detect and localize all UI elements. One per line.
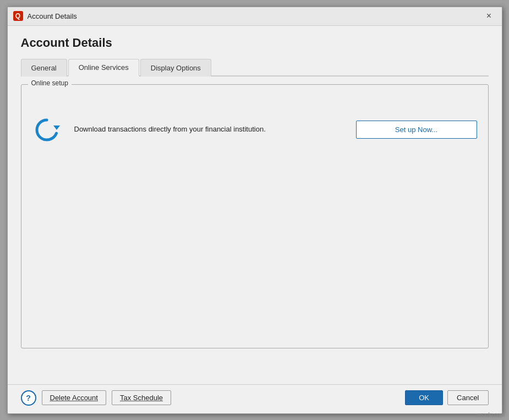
tab-general[interactable]: General xyxy=(21,59,67,77)
footer-right: OK Cancel xyxy=(405,390,488,405)
setup-row: Download transactions directly from your… xyxy=(32,116,477,144)
title-bar-title: Account Details xyxy=(28,12,77,20)
app-icon: Q xyxy=(13,11,23,21)
dialog-content: Account Details General Online Services … xyxy=(8,26,502,384)
title-bar-left: Q Account Details xyxy=(13,11,77,21)
ok-button[interactable]: OK xyxy=(405,390,443,405)
page-title: Account Details xyxy=(21,36,489,50)
tabs-bar: General Online Services Display Options xyxy=(21,58,489,77)
cancel-button[interactable]: Cancel xyxy=(447,390,488,405)
tax-schedule-button[interactable]: Tax Schedule xyxy=(112,390,171,405)
close-button[interactable]: × xyxy=(482,9,496,23)
tab-display-options[interactable]: Display Options xyxy=(140,59,211,77)
help-button[interactable]: ? xyxy=(21,390,36,406)
account-details-dialog: Q Account Details × Account Details Gene… xyxy=(7,7,502,414)
refresh-icon xyxy=(32,116,61,144)
title-bar: Q Account Details × xyxy=(8,7,502,26)
tab-online-services[interactable]: Online Services xyxy=(68,59,139,77)
online-setup-legend: Online setup xyxy=(28,79,72,87)
footer-left: ? Delete Account Tax Schedule xyxy=(21,390,172,406)
dialog-footer: ? Delete Account Tax Schedule OK Cancel xyxy=(8,384,502,413)
setup-description: Download transactions directly from your… xyxy=(74,124,343,135)
svg-marker-1 xyxy=(53,126,60,130)
delete-account-button[interactable]: Delete Account xyxy=(42,390,106,405)
online-setup-box: Online setup Download transactions direc… xyxy=(21,84,489,348)
tab-content-online-services: Online setup Download transactions direc… xyxy=(21,84,489,377)
setup-now-button[interactable]: Set up Now... xyxy=(356,121,477,139)
